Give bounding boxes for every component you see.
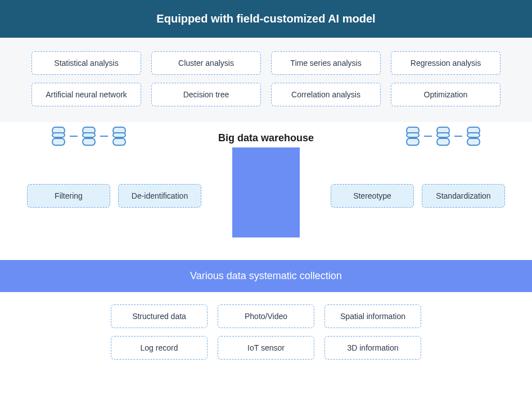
db-cluster-left [51,127,127,146]
database-icon [435,127,451,146]
data-pill-spatial: Spatial information [324,304,421,328]
ai-pill-timeseries: Time series analysis [271,51,381,75]
header-ai-model: Equipped with field-customized AI model [0,0,532,38]
database-icon [111,127,127,146]
process-pill-stereotype: Stereotype [331,184,414,208]
database-icon [466,127,481,146]
ai-pill-cluster: Cluster analysis [151,51,261,75]
ai-pill-statistical: Statistical analysis [31,51,141,75]
data-row-2: Log record IoT sensor 3D information [90,336,442,360]
data-pill-log: Log record [111,336,208,360]
data-pill-3d: 3D information [324,336,421,360]
data-pill-structured: Structured data [111,304,208,328]
connector-line [100,136,108,137]
ai-row-1: Statistical analysis Cluster analysis Ti… [31,51,501,75]
database-icon [81,127,97,146]
database-icon [51,127,66,146]
ai-pill-correlation: Correlation analysis [271,83,381,106]
ai-pill-regression: Regression analysis [391,51,501,75]
db-cluster-right [405,127,481,146]
process-right: Stereotype Standardization [331,184,505,208]
data-row-1: Structured data Photo/Video Spatial info… [90,304,442,328]
data-pill-photovideo: Photo/Video [218,304,314,328]
ai-pill-optimization: Optimization [391,83,501,106]
ai-pill-neural: Artificial neural network [31,83,141,106]
database-icon [405,127,421,146]
ai-row-2: Artificial neural network Decision tree … [31,83,501,106]
ai-models-section: Statistical analysis Cluster analysis Ti… [0,38,532,122]
ai-pill-decisiontree: Decision tree [151,83,261,106]
process-pill-filtering: Filtering [27,184,110,208]
warehouse-box [232,147,300,237]
connector-line [424,136,432,137]
process-pill-deidentification: De-identification [118,184,201,208]
data-pill-iot: IoT sensor [218,336,314,360]
connector-line [70,136,78,137]
header-data-collection: Various data systematic collection [0,260,532,292]
process-left: Filtering De-identification [27,184,201,208]
connector-line [454,136,462,137]
data-types-section: Structured data Photo/Video Spatial info… [0,292,532,375]
warehouse-section: Big data warehouse Filtering De-identifi… [0,122,532,237]
process-pill-standardization: Standardization [422,184,505,208]
